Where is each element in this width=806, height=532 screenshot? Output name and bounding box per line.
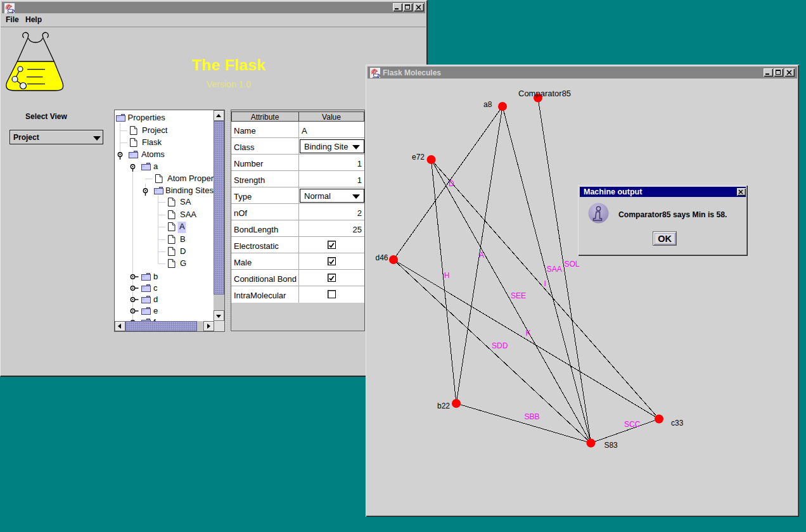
svg-text:e72: e72 [412,153,425,162]
svg-text:c33: c33 [671,419,684,428]
svg-text:K: K [526,329,531,338]
svg-text:Project: Project [142,125,168,135]
svg-text:d46: d46 [376,253,388,262]
svg-text:D: D [180,246,186,256]
svg-text:SAA: SAA [180,210,196,219]
svg-text:e: e [153,306,158,315]
svg-text:A: A [179,222,185,231]
svg-text:b22: b22 [437,402,450,410]
svg-text:D: D [449,179,454,188]
svg-text:B: B [180,234,186,244]
svg-text:Flask: Flask [142,137,162,147]
svg-text:G: G [180,258,186,268]
svg-text:Binding Sites: Binding Sites [165,186,214,195]
svg-text:SBB: SBB [525,412,540,421]
svg-text:SA: SA [180,197,191,206]
svg-text:SCC: SCC [624,420,641,429]
svg-text:c: c [153,283,158,293]
svg-text:I: I [544,279,546,288]
svg-text:Atom Properties: Atom Properties [167,174,214,183]
svg-text:SEE: SEE [511,291,526,300]
svg-text:Comparator85: Comparator85 [518,89,571,98]
svg-text:A: A [479,251,484,260]
svg-text:a8: a8 [483,100,492,109]
svg-text:H: H [444,271,450,280]
svg-text:Properties: Properties [128,113,166,122]
svg-text:SOL: SOL [565,260,580,269]
svg-text:SDD: SDD [492,341,508,350]
svg-text:Atoms: Atoms [141,149,165,159]
svg-text:SAA: SAA [547,265,562,274]
svg-text:S83: S83 [604,441,618,450]
svg-text:d: d [153,294,158,304]
svg-text:a: a [153,162,158,171]
svg-text:b: b [153,272,158,281]
